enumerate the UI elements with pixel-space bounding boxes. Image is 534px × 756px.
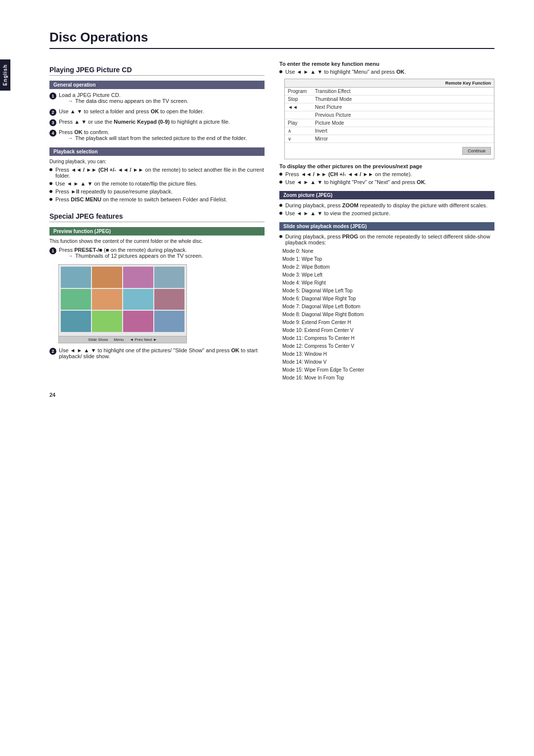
- thumb-6: [92, 289, 122, 310]
- two-column-layout: Playing JPEG Picture CD General operatio…: [49, 58, 494, 382]
- step-3-content: Press ▲ ▼ or use the Numeric Keypad (0-9…: [59, 119, 265, 125]
- row7-key: ∨: [288, 136, 315, 142]
- other-pictures-bullet-2-text: Use ◄ ► ▲ ▼ to highlight "Prev" or "Next…: [285, 179, 494, 185]
- row2-key: Stop: [288, 96, 315, 102]
- continue-row: Continue: [285, 143, 494, 159]
- mode-6: Mode 6: Diagonal Wipe Right Top: [282, 295, 494, 303]
- preview-step-1-num: 1: [49, 247, 56, 254]
- mode-15: Mode 15: Wipe From Edge To Center: [282, 366, 494, 374]
- mode-3: Mode 3: Wipe Left: [282, 271, 494, 279]
- preview-step-1-content: Press PRESET-/■ (■ on the remote) during…: [59, 247, 265, 260]
- bullet-icon-r2: [279, 173, 282, 176]
- row3-key: ◄◄: [288, 104, 315, 110]
- page-title: Disc Operations: [49, 30, 494, 49]
- step-1: 1 Load a JPEG Picture CD. → The data dis…: [49, 92, 265, 105]
- zoom-bullet-1: During playback, press ZOOM repeatedly t…: [279, 202, 494, 208]
- bullet-icon-r4: [279, 204, 282, 207]
- preview-step-2-num: 2: [49, 348, 56, 355]
- row4-key: [288, 112, 315, 118]
- table-row-3: ◄◄ Next Picture: [285, 103, 494, 111]
- step-3: 3 Press ▲ ▼ or use the Numeric Keypad (0…: [49, 119, 265, 126]
- thumb-3: [123, 267, 153, 288]
- step-4-text: Press OK to confirm.: [59, 129, 109, 135]
- preview-step-1: 1 Press PRESET-/■ (■ on the remote) duri…: [49, 247, 265, 260]
- preview-step-1-arrow: → Thumbnails of 12 pictures appears on t…: [68, 253, 265, 259]
- mode-12: Mode 12: Compress To Center V: [282, 342, 494, 350]
- bullet-icon-4: [49, 198, 52, 201]
- playback-bullet-3-text: Press ►II repeatedly to pause/resume pla…: [55, 189, 265, 194]
- zoom-bullet-1-text: During playback, press ZOOM repeatedly t…: [285, 202, 494, 208]
- row6-func: Invert: [315, 128, 491, 134]
- bullet-icon-r3: [279, 181, 282, 184]
- preview-footer: Slide Show Menu ◄ Prev Next ►: [59, 336, 186, 343]
- playback-bullet-1: Press ◄◄ / ►► (CH +/- ◄◄ / ►► on the rem…: [49, 167, 265, 179]
- playback-bullet-2: Use ◄ ► ▲ ▼ on the remote to rotate/flip…: [49, 181, 265, 187]
- mode-16: Mode 16: Move In From Top: [282, 374, 494, 382]
- playback-bullet-2-text: Use ◄ ► ▲ ▼ on the remote to rotate/flip…: [55, 181, 265, 187]
- step-2-num: 2: [49, 109, 56, 116]
- row4-func: Previous Picture: [315, 112, 491, 118]
- arrow-icon-2: →: [68, 135, 73, 141]
- other-pictures-bullet-1: Press ◄◄ / ►► (CH +/- ◄◄ / ►► on the rem…: [279, 171, 494, 177]
- step-1-arrow-text: The data disc menu appears on the TV scr…: [75, 98, 188, 104]
- thumb-10: [92, 311, 122, 332]
- footer-nav: ◄ Prev Next ►: [130, 337, 157, 342]
- thumb-1: [61, 267, 91, 288]
- bullet-icon-3: [49, 190, 52, 193]
- preview-thumbnail-grid: Slide Show Menu ◄ Prev Next ►: [58, 264, 187, 343]
- row3-func: Next Picture: [315, 104, 491, 110]
- bullet-icon-r5: [279, 212, 282, 215]
- step-3-text: Press ▲ ▼ or use the Numeric Keypad (0-9…: [59, 119, 230, 125]
- table-row-6: ∧ Invert: [285, 127, 494, 135]
- remote-table-header: Remote Key Function: [285, 79, 494, 88]
- zoom-bullet-2: Use ◄ ► ▲ ▼ to view the zoomed picture.: [279, 210, 494, 216]
- step-3-num: 3: [49, 119, 56, 126]
- step-4-arrow-text: The playback will start from the selecte…: [75, 135, 247, 141]
- mode-list: Mode 0: None Mode 1: Wipe Top Mode 2: Wi…: [282, 247, 494, 382]
- arrow-icon: →: [68, 98, 73, 104]
- playback-bullet-4-text: Press DISC MENU on the remote to switch …: [55, 196, 265, 202]
- thumb-11: [123, 311, 153, 332]
- arrow-icon-3: →: [68, 253, 73, 259]
- row1-key: Program: [288, 89, 315, 94]
- zoom-bar: Zoom picture (JPEG): [279, 191, 494, 199]
- playback-bullet-3: Press ►II repeatedly to pause/resume pla…: [49, 189, 265, 194]
- thumbnail-grid: [59, 265, 186, 334]
- row1-func: Transition Effect: [315, 89, 491, 94]
- step-1-num: 1: [49, 93, 56, 99]
- table-row-1: Program Transition Effect: [285, 88, 494, 95]
- general-op-bar: General operation: [49, 81, 265, 89]
- thumb-9: [61, 311, 91, 332]
- mode-14: Mode 14: Window V: [282, 358, 494, 366]
- mode-5: Mode 5: Diagonal Wipe Left Top: [282, 287, 494, 295]
- page-number: 24: [49, 392, 494, 398]
- mode-4: Mode 4: Wipe Right: [282, 279, 494, 287]
- remote-menu-desc-text: Use ◄ ► ▲ ▼ to highlight "Menu" and pres…: [285, 69, 494, 75]
- step-2: 2 Use ▲ ▼ to select a folder and press O…: [49, 108, 265, 116]
- row5-func: Picture Mode: [315, 120, 491, 126]
- footer-menu: Menu: [114, 337, 124, 342]
- thumb-5: [61, 289, 91, 310]
- slideshow-bar: Slide show playback modes (JPEG): [279, 222, 494, 231]
- mode-2: Mode 2: Wipe Bottom: [282, 263, 494, 271]
- step-4-num: 4: [49, 130, 56, 137]
- preview-step-1-text: Press PRESET-/■ (■ on the remote) during…: [59, 247, 187, 253]
- table-row-5: Play Picture Mode: [285, 119, 494, 127]
- language-tab: English: [0, 59, 10, 91]
- preview-step-2: 2 Use ◄ ► ▲ ▼ to highlight one of the pi…: [49, 347, 265, 359]
- thumb-8: [154, 289, 184, 310]
- thumb-7: [123, 289, 153, 310]
- preview-bar: Preview function (JPEG): [49, 227, 265, 236]
- mode-10: Mode 10: Extend From Center V: [282, 327, 494, 334]
- step-4-arrow: → The playback will start from the selec…: [68, 135, 265, 141]
- preview-step-1-arrow-text: Thumbnails of 12 pictures appears on the…: [75, 253, 203, 259]
- footer-slideshow: Slide Show: [88, 337, 108, 342]
- row5-key: Play: [288, 120, 315, 126]
- continue-button[interactable]: Continue: [462, 147, 491, 155]
- thumb-12: [154, 311, 184, 332]
- step-2-content: Use ▲ ▼ to select a folder and press OK …: [59, 108, 265, 114]
- preview-desc: This function shows the content of the c…: [49, 238, 265, 244]
- mode-1: Mode 1: Wipe Top: [282, 255, 494, 263]
- zoom-bullet-2-text: Use ◄ ► ▲ ▼ to view the zoomed picture.: [285, 210, 494, 216]
- other-pictures-bullet-1-text: Press ◄◄ / ►► (CH +/- ◄◄ / ►► on the rem…: [285, 171, 494, 177]
